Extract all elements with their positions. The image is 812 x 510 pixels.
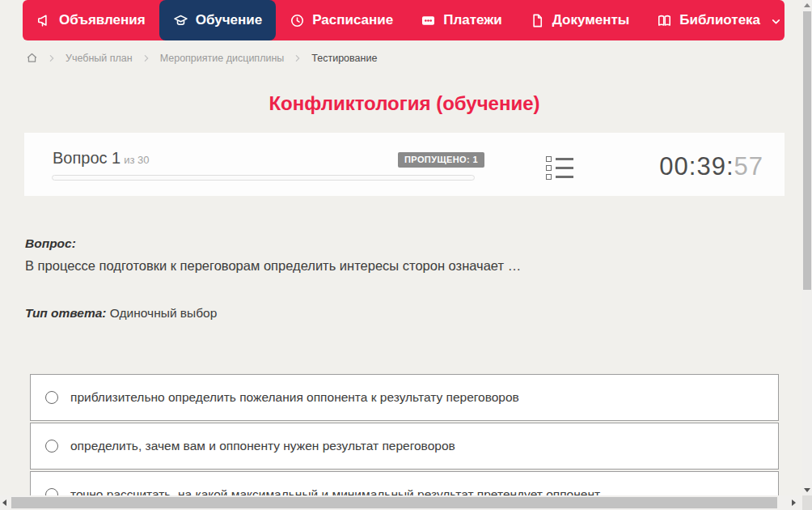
timer-seconds: 57: [734, 152, 763, 181]
graduation-cap-icon: [173, 13, 188, 28]
document-icon: [530, 13, 545, 28]
scrollbar-corner: [802, 495, 812, 510]
question-text: В процессе подготовки к переговорам опре…: [25, 258, 781, 274]
answer-options: приблизительно определить пожелания оппо…: [30, 374, 779, 510]
question-list-icon[interactable]: [546, 156, 573, 183]
nav-item-label: Документы: [552, 12, 630, 28]
timer: 00:39:57: [659, 152, 763, 181]
question-header-panel: Вопрос 1из 30 ПРОПУЩЕНО: 1 00:39:57: [24, 133, 785, 196]
vertical-scrollbar[interactable]: [802, 0, 812, 495]
question-label: Вопрос:: [25, 236, 781, 251]
skipped-badge: ПРОПУЩЕНО: 1: [398, 152, 484, 168]
nav-item-payments[interactable]: Платежи: [407, 0, 516, 40]
megaphone-icon: [36, 13, 52, 28]
scroll-right-arrow[interactable]: [792, 499, 796, 506]
breadcrumb-item-discipline-event[interactable]: Мероприятие дисциплины: [160, 53, 285, 64]
nav-item-label: Библиотека: [679, 12, 760, 28]
book-icon: [657, 13, 672, 28]
timer-hours-minutes: 00:39:: [659, 152, 734, 181]
page-title: Конфликтология (обучение): [24, 92, 785, 115]
horizontal-scrollbar[interactable]: [0, 495, 802, 510]
scroll-up-arrow[interactable]: [804, 3, 810, 7]
answer-type: Тип ответа: Одиночный выбор: [25, 306, 217, 321]
answer-type-value: Одиночный выбор: [110, 306, 218, 320]
answer-option-1[interactable]: приблизительно определить пожелания оппо…: [30, 374, 779, 421]
scroll-down-arrow[interactable]: [804, 488, 810, 492]
question-counter-of: из 30: [124, 154, 149, 166]
nav-item-announcements[interactable]: Объявления: [23, 0, 159, 40]
answer-option-text: определить, зачем вам и оппоненту нужен …: [70, 439, 455, 453]
radio-button[interactable]: [45, 440, 58, 453]
progress-bar: [52, 175, 475, 181]
vertical-scrollbar-thumb[interactable]: [803, 11, 811, 290]
main-nav: Объявления Обучение Расписание Платежи Д…: [23, 0, 785, 40]
answer-option-2[interactable]: определить, зачем вам и оппоненту нужен …: [30, 423, 779, 470]
breadcrumb-item-curriculum[interactable]: Учебный план: [66, 53, 133, 64]
breadcrumb: Учебный план Мероприятие дисциплины Тест…: [26, 52, 377, 64]
chevron-right-icon: [48, 54, 56, 62]
question-counter-label: Вопрос 1: [53, 149, 121, 167]
chevron-right-icon: [142, 54, 150, 62]
answer-type-label: Тип ответа:: [25, 306, 107, 320]
chevron-right-icon: [294, 54, 302, 62]
nav-item-training[interactable]: Обучение: [159, 0, 276, 40]
answer-option-text: приблизительно определить пожелания оппо…: [70, 390, 519, 405]
nav-item-library[interactable]: Библиотека: [643, 0, 795, 40]
horizontal-scrollbar-thumb[interactable]: [11, 497, 777, 508]
nav-item-label: Платежи: [443, 12, 502, 28]
nav-item-schedule[interactable]: Расписание: [276, 0, 407, 40]
nav-item-documents[interactable]: Документы: [516, 0, 644, 40]
question-section: Вопрос: В процессе подготовки к перегово…: [25, 236, 781, 274]
clock-icon: [290, 13, 305, 28]
radio-button[interactable]: [45, 391, 58, 404]
nav-item-label: Расписание: [312, 12, 393, 28]
nav-item-label: Обучение: [196, 12, 262, 28]
question-counter: Вопрос 1из 30: [53, 149, 150, 168]
scroll-left-arrow[interactable]: [2, 499, 6, 506]
credit-card-icon: [421, 13, 436, 28]
breadcrumb-item-testing: Тестирование: [311, 53, 377, 64]
chevron-down-icon[interactable]: [768, 14, 781, 27]
home-icon[interactable]: [26, 52, 38, 64]
nav-item-label: Объявления: [59, 12, 146, 28]
